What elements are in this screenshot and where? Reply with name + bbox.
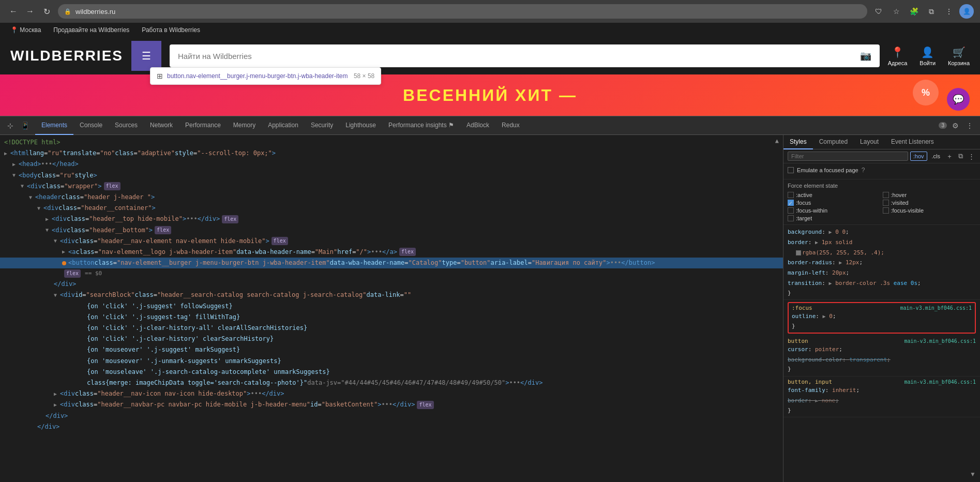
scroll-up-button[interactable]: ▲	[775, 137, 779, 144]
computed-tab[interactable]: Computed	[813, 135, 854, 149]
active-checkbox[interactable]	[788, 192, 794, 198]
forward-button[interactable]: →	[23, 4, 37, 19]
menu-button[interactable]: ⋮	[942, 4, 956, 19]
dom-searchblock: ▼ <div id="searchBlock" class="header__s…	[0, 290, 783, 300]
dom-navbar-pc: ▶ <div class="header__navbar-pc navbar-p…	[0, 399, 783, 410]
emulate-help-icon[interactable]: ?	[862, 167, 865, 174]
outline-expand[interactable]: ▶	[823, 313, 826, 319]
search-input[interactable]	[178, 52, 856, 61]
dom-panel[interactable]: ▲ <!DOCTYPE html> ▶ <html lang="ru" tran…	[0, 135, 783, 482]
background-expand[interactable]: ▶	[828, 229, 832, 235]
target-checkbox[interactable]	[788, 215, 794, 221]
user-icon: 👤	[921, 46, 934, 58]
add-style-btn[interactable]: +	[945, 152, 954, 161]
dom-burger-button[interactable]: <button class="nav-element__burger j-men…	[0, 258, 783, 268]
state-focus-within: :focus-within	[788, 207, 881, 214]
reload-button[interactable]: ↻	[39, 4, 54, 19]
tooltip-class-text: button.nav-element__burger.j-menu-burger…	[167, 72, 348, 80]
browser-actions: 🛡 ☆ 🧩 ⧉ ⋮ 👤	[871, 4, 974, 19]
focus-within-checkbox[interactable]	[788, 207, 794, 214]
dom-flex-badge-row: flex == $0	[58, 268, 783, 279]
element-tooltip: ⊞ button.nav-element__burger.j-menu-burg…	[150, 67, 381, 85]
cart-action[interactable]: 🛒 Корзина	[948, 46, 970, 66]
extensions-button[interactable]: 🧩	[907, 4, 921, 19]
transition-expand[interactable]: ▶	[828, 280, 832, 286]
tab-adblock[interactable]: AdBlock	[460, 116, 495, 135]
dom-head: ▶ <head> ••• </head>	[0, 159, 783, 170]
page-area: 📍 Москва Продавайте на Wildberries Работ…	[0, 23, 980, 482]
settings-button[interactable]: ⚙	[949, 119, 961, 132]
tab-application[interactable]: Application	[262, 116, 305, 135]
wb-logo: WILDBERRIES	[10, 48, 123, 64]
inspect-element-button[interactable]: ⊹	[4, 119, 17, 132]
tab-lighthouse[interactable]: Lighthouse	[339, 116, 382, 135]
back-button[interactable]: ←	[6, 4, 21, 19]
tab-memory[interactable]: Memory	[227, 116, 262, 135]
extension-icon[interactable]: 🛡	[871, 4, 886, 19]
dom-header-bottom: ▼ <div class="header__bottom" > flex	[0, 225, 783, 236]
border-expand[interactable]: ▶	[815, 239, 818, 245]
address-bar[interactable]: 🔒 wildberries.ru	[58, 4, 867, 19]
tab-performance-insights[interactable]: Performance insights ⚑	[382, 116, 460, 135]
hover-filter-btn[interactable]: :hov	[910, 152, 927, 161]
tab-performance[interactable]: Performance	[179, 116, 227, 135]
css-prop-border-color: rgba(255, 255, 255, .4);	[796, 248, 976, 258]
jobs-link[interactable]: Работа в Wildberries	[142, 26, 200, 34]
button-rule-bgcolor: background-color: transparent;	[788, 355, 976, 365]
button-rule-file: main-v3.min_bf046.css:1	[904, 338, 976, 344]
more-style-btn[interactable]: ⋮	[967, 152, 976, 161]
state-active: :active	[788, 192, 881, 198]
chat-button[interactable]: 💬	[947, 88, 970, 111]
mutation-indicator	[62, 261, 66, 265]
wb-burger-button[interactable]: ☰	[131, 41, 161, 71]
hover-checkbox[interactable]	[883, 192, 889, 198]
focus-visible-label: :focus-visible	[891, 207, 924, 214]
sell-link[interactable]: Продавайте на Wildberries	[53, 26, 129, 34]
location-icon: 📍	[891, 46, 904, 58]
emulate-focused-checkbox[interactable]	[788, 167, 794, 173]
dom-on-mouseleave: {on 'mouseleave' '.j-search-catalog-auto…	[0, 367, 783, 378]
wb-header-actions: 📍 Адреса 👤 Войти 🛒 Корзина	[888, 46, 970, 66]
devtools-left-icons: ⊹ 📱	[4, 119, 31, 132]
login-action[interactable]: 👤 Войти	[919, 46, 936, 66]
copy-style-btn[interactable]: ⧉	[956, 152, 965, 161]
devtools-main: ▲ <!DOCTYPE html> ▶ <html lang="ru" tran…	[0, 135, 980, 482]
dom-nav-element: ▼ <div class="header__nav-element nav-el…	[0, 236, 783, 247]
dom-nav-icon: ▶ <div class="header__nav-icon nav-icon …	[0, 388, 783, 399]
styles-filter-input[interactable]	[788, 152, 908, 161]
camera-search-icon[interactable]: 📷	[860, 50, 871, 62]
border-radius-expand[interactable]: ▶	[839, 260, 842, 265]
location-link[interactable]: 📍 Москва	[10, 26, 41, 34]
button-input-border: border: ▶ none;	[788, 396, 976, 406]
scroll-down-button[interactable]: ▼	[970, 471, 976, 478]
browser-chrome: ← → ↻ 🔒 wildberries.ru 🛡 ☆ 🧩 ⧉ ⋮ 👤	[0, 0, 980, 23]
visited-checkbox[interactable]	[883, 200, 889, 206]
dom-on-click-clear-all: {on 'click' '.j-clear-history-all' clear…	[0, 323, 783, 334]
dom-close-div2: </div>	[0, 411, 783, 421]
tab-sources[interactable]: Sources	[109, 116, 144, 135]
more-options-button[interactable]: ⋮	[963, 119, 976, 132]
window-button[interactable]: ⧉	[924, 4, 939, 19]
focus-visible-checkbox[interactable]	[883, 207, 889, 214]
layout-tab[interactable]: Layout	[854, 135, 885, 149]
dom-wrapper: ▼ <div class="wrapper" > flex	[0, 181, 783, 192]
tab-security[interactable]: Security	[305, 116, 339, 135]
wb-site: 📍 Москва Продавайте на Wildberries Работ…	[0, 23, 980, 116]
device-toggle-button[interactable]: 📱	[19, 119, 31, 132]
cls-filter-btn[interactable]: .cls	[929, 152, 944, 161]
profile-button[interactable]: 👤	[959, 4, 974, 19]
dom-doctype: <!DOCTYPE html>	[0, 137, 783, 148]
event-listeners-tab[interactable]: Event Listeners	[885, 135, 940, 149]
tab-console[interactable]: Console	[73, 116, 109, 135]
address-action[interactable]: 📍 Адреса	[888, 46, 908, 66]
tab-redux[interactable]: Redux	[495, 116, 526, 135]
nav-buttons: ← → ↻	[6, 4, 54, 19]
tab-elements[interactable]: Elements	[35, 116, 73, 135]
tab-network[interactable]: Network	[144, 116, 179, 135]
login-label: Войти	[919, 60, 936, 66]
wb-search-bar[interactable]: 📷	[170, 44, 880, 67]
styles-tab[interactable]: Styles	[783, 135, 813, 149]
focus-checkbox[interactable]: ✓	[788, 200, 794, 206]
bookmark-icon[interactable]: ☆	[889, 4, 903, 19]
css-button-rule: button main-v3.min_bf046.css:1 cursor: p…	[783, 336, 980, 376]
